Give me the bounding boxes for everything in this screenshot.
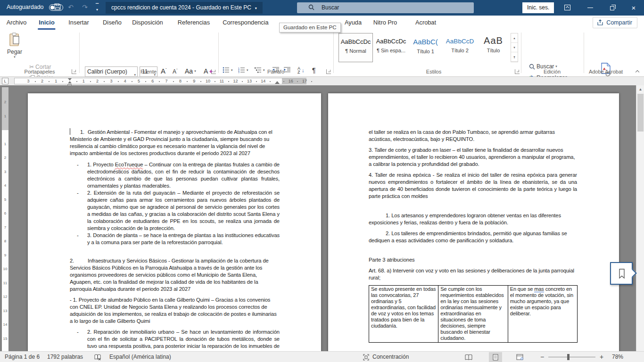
ruler-tick xyxy=(256,81,257,82)
focus-mode-button[interactable]: Concentración xyxy=(372,352,409,362)
zoom-out-button[interactable]: − xyxy=(540,352,544,362)
numbering-icon: 123 xyxy=(238,67,245,73)
ruler-tick xyxy=(62,81,63,82)
scrollbar-thumb[interactable] xyxy=(637,94,644,132)
bullets-button[interactable]: ▾ xyxy=(223,67,233,73)
paragraph-group-label: Párrafo xyxy=(267,69,284,74)
tab-diseno[interactable]: Diseño xyxy=(103,16,122,30)
tab-selector[interactable]: L xyxy=(2,78,8,84)
tab-archivo[interactable]: Archivo xyxy=(7,16,27,30)
title-dropdown-icon: ▾ xyxy=(255,6,257,10)
zoom-level[interactable]: 78% xyxy=(612,352,623,362)
read-mode-button[interactable] xyxy=(462,352,475,362)
print-layout-button[interactable] xyxy=(489,352,502,362)
styles-scroll-down-icon[interactable]: ▾ xyxy=(511,43,518,52)
print-layout-icon xyxy=(493,354,498,361)
right-indent-marker[interactable] xyxy=(275,81,280,84)
minimize-button[interactable] xyxy=(580,0,601,16)
font-family-select[interactable]: Calibri (Cuerpo)▾ xyxy=(85,66,138,77)
font-dialog-launcher[interactable] xyxy=(211,69,216,74)
ruler-tick xyxy=(90,81,91,82)
language-indicator[interactable]: Español (América latina) xyxy=(109,352,171,362)
style-normal[interactable]: AaBbCcDc¶ Normal xyxy=(339,33,373,62)
indent-marker[interactable] xyxy=(68,78,72,84)
proofing-status-icon[interactable] xyxy=(94,354,101,362)
qat-customize-icon[interactable]: ▔▾ xyxy=(92,3,102,12)
word-window: Autoguardado ↶ ↷ ▔▾ cpccs rendicion de c… xyxy=(0,0,644,362)
tab-insertar[interactable]: Insertar xyxy=(68,16,89,30)
tab-correspondencia[interactable]: Correspondencia xyxy=(223,16,268,30)
style-titulo-2[interactable]: AaBbCcDTítulo 2 xyxy=(443,33,477,62)
ruler-tick xyxy=(76,81,77,82)
sort-button[interactable]: AZ↓ xyxy=(297,66,305,74)
page-indicator[interactable]: Página 1 de 6 xyxy=(5,352,40,362)
search-input[interactable]: Buscar xyxy=(297,2,474,13)
paste-button[interactable]: Pegar ▾ xyxy=(4,33,25,74)
zoom-slider-track[interactable] xyxy=(548,357,595,357)
paste-dropdown-icon[interactable]: ▾ xyxy=(4,55,25,59)
word-count[interactable]: 1792 palabras xyxy=(47,352,83,362)
vertical-scrollbar[interactable]: ▲ xyxy=(636,85,644,351)
zoom-slider-thumb[interactable] xyxy=(567,354,570,360)
style-titulo[interactable]: AaBTítulo xyxy=(476,33,511,62)
vertical-ruler[interactable]: 12123456789101112131415 xyxy=(2,87,8,351)
show-marks-button[interactable]: ¶ xyxy=(312,66,316,74)
undo-icon[interactable]: ↶ xyxy=(66,3,75,11)
style-titulo-1[interactable]: AaBbC(Título 1 xyxy=(408,33,443,62)
clipboard-dialog-launcher[interactable] xyxy=(72,69,76,74)
redo-icon[interactable]: ↷ xyxy=(80,3,90,11)
paragraph-dialog-launcher[interactable] xyxy=(326,69,331,74)
collapse-ribbon-button[interactable] xyxy=(636,69,640,74)
styles-scroll-up-icon[interactable]: ▴ xyxy=(511,33,518,43)
change-case-button[interactable]: Aa▾ xyxy=(185,67,196,75)
tab-acrobat[interactable]: Acrobat xyxy=(415,16,436,30)
increase-indent-button[interactable] xyxy=(284,67,290,73)
tab-referencias[interactable]: Referencias xyxy=(178,16,210,30)
document-area: 12123456789101112131415 1.Gestión Ambien… xyxy=(0,85,644,351)
save-icon[interactable] xyxy=(53,3,62,11)
acrobat-group-label: Adobe Acrobat xyxy=(589,69,623,74)
styles-gallery-scroll[interactable]: ▴▾▾̱ xyxy=(511,33,518,62)
share-button[interactable]: Compartir xyxy=(593,17,637,28)
tab-inicio[interactable]: Inicio xyxy=(39,16,54,30)
numbering-button[interactable]: 123▾ xyxy=(238,67,248,73)
scroll-up-icon[interactable]: ▲ xyxy=(636,85,644,93)
ruler-number: 3 xyxy=(2,170,8,174)
bullets-icon xyxy=(223,67,230,73)
ruler-number: 7 xyxy=(2,225,8,230)
read-mode-icon xyxy=(465,354,472,360)
ruler-number: 10 xyxy=(206,79,210,83)
list-item: 1. Proyecto EcoTrueque – Continuar con l… xyxy=(87,161,280,189)
style-sin-espaciado[interactable]: AaBbCcDc¶ Sin espa... xyxy=(374,33,408,62)
ruler-tick xyxy=(270,81,271,82)
styles-group-label: Estilos xyxy=(426,69,441,74)
styles-dialog-launcher[interactable] xyxy=(515,69,520,74)
document-page-1[interactable]: 1.Gestión Ambiental - Fomentar el manejo… xyxy=(28,93,321,351)
table-row: Se estuvo presente en todas las convocat… xyxy=(369,286,578,343)
tab-disposicion[interactable]: Disposición xyxy=(132,16,163,30)
horizontal-ruler[interactable]: 32112345678910111213141617 xyxy=(14,78,306,84)
grow-font-button[interactable]: Aˆ xyxy=(161,67,167,75)
restore-button[interactable] xyxy=(603,0,623,16)
document-page-2[interactable]: el taller se realiza en la casa de don P… xyxy=(328,93,619,351)
close-button[interactable]: × xyxy=(623,0,644,16)
ruler-number: 5 xyxy=(2,197,8,202)
document-title[interactable]: cpccs rendicion de cuenta 2024 - Guardad… xyxy=(106,2,263,14)
ruler-number: 9 xyxy=(2,253,8,257)
focus-icon[interactable] xyxy=(363,354,369,362)
zoom-in-button[interactable]: + xyxy=(600,352,603,362)
ribbon-display-options-button[interactable] xyxy=(557,0,578,16)
paragraph: Art. 68. a) Intervenir con voz y voto en… xyxy=(369,267,577,281)
web-layout-button[interactable] xyxy=(513,352,526,362)
shrink-font-button[interactable]: Aˇ xyxy=(173,68,178,75)
bookmark-popout[interactable] xyxy=(610,262,633,285)
multilevel-list-button[interactable]: ▾ xyxy=(255,67,265,73)
styles-more-icon[interactable]: ▾̱ xyxy=(511,52,518,62)
ruler-tick xyxy=(311,81,312,82)
tab-nitro-pro[interactable]: Nitro Pro xyxy=(373,16,397,30)
indent-icon xyxy=(284,67,290,73)
ruler-number: 9 xyxy=(193,79,195,83)
list-item: 2. Reparación de inmobiliario urbano – S… xyxy=(87,329,280,351)
sign-in-button[interactable]: Inic. ses. xyxy=(522,2,554,13)
tab-ayuda[interactable]: Ayuda xyxy=(345,16,362,30)
